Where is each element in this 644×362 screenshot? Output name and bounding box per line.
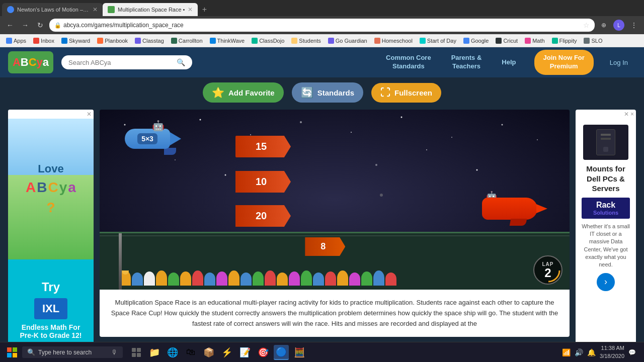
bookmark-classdojo[interactable]: ClassDojo: [249, 37, 287, 45]
taskbar-file-explorer[interactable]: 📁: [147, 345, 162, 360]
bookmark-startofday[interactable]: Start of Day: [417, 37, 459, 45]
answer-20[interactable]: 20: [235, 205, 291, 227]
search-icon: 🔍: [177, 58, 185, 66]
right-ad-title: Mounts for Dell PCs & Servers: [582, 164, 630, 194]
bookmark-apps[interactable]: Apps: [3, 37, 29, 45]
bookmark-goguardian[interactable]: Go Guardian: [325, 37, 370, 45]
fullscreen-icon: ⛶: [380, 87, 390, 99]
game-canvas[interactable]: 🤖 5×3 15: [100, 110, 570, 290]
svg-rect-27: [132, 348, 136, 352]
skyward-favicon: [61, 38, 67, 44]
taskbar-time-display: 11:38 AM: [600, 344, 624, 352]
nav-common-core[interactable]: Common CoreStandards: [376, 54, 441, 71]
left-ad-close[interactable]: ✕: [8, 110, 94, 119]
search-box[interactable]: 🔍: [61, 55, 192, 69]
taskbar-search[interactable]: 🔍 Type here to search 🎙: [22, 346, 123, 358]
answer-15-arrow[interactable]: 15: [235, 136, 291, 157]
answer-15[interactable]: 15: [235, 136, 291, 157]
taskbar-task-view[interactable]: [129, 345, 144, 360]
bookmark-skyward[interactable]: Skyward: [58, 37, 93, 45]
nav-parents-teachers[interactable]: Parents &Teachers: [441, 54, 492, 71]
taskbar-word[interactable]: 📝: [237, 345, 253, 360]
login-button[interactable]: Log In: [602, 59, 636, 66]
fullscreen-button[interactable]: ⛶ Fullscreen: [371, 83, 441, 103]
bookmark-planbook[interactable]: Planbook: [94, 37, 131, 45]
taskbar-app5[interactable]: ⚡: [219, 345, 234, 360]
nav-help[interactable]: Help: [492, 58, 526, 67]
lap-indicator: LAP 2: [533, 255, 562, 285]
battery-icon[interactable]: 🔔: [587, 348, 596, 356]
network-icon[interactable]: 📶: [562, 348, 571, 356]
logo-c: C: [29, 56, 37, 68]
answer-20-arrow[interactable]: 20: [235, 205, 291, 227]
right-ad-cta-button[interactable]: ›: [597, 273, 615, 291]
menu-button[interactable]: ⋮: [628, 19, 640, 31]
taskbar-mic-icon[interactable]: 🎙: [111, 348, 118, 356]
bookmark-carrollton[interactable]: Carrollton: [168, 37, 206, 45]
standards-button[interactable]: 🔄 Standards: [292, 82, 363, 103]
abcya-logo[interactable]: ABCya: [8, 51, 53, 73]
taskbar-datetime[interactable]: 11:38 AM 3/18/2020: [600, 344, 624, 360]
try-text: Try: [42, 280, 60, 294]
bookmark-classdojo-label: ClassDojo: [259, 38, 284, 44]
char-17: [313, 273, 324, 286]
tab-2[interactable]: Multiplication Space Race • ✕: [103, 3, 198, 16]
bookmark-inbox[interactable]: Inbox: [30, 37, 57, 45]
bookmark-students-label: Students: [299, 38, 320, 44]
bookmark-thinkwave[interactable]: ThinkWave: [207, 37, 248, 45]
join-now-button[interactable]: Join Now ForPremium: [534, 50, 594, 75]
taskbar-store[interactable]: 🛍: [183, 345, 198, 360]
google-favicon: [463, 38, 469, 44]
char-21: [361, 272, 372, 286]
svg-point-7: [451, 137, 452, 138]
svg-point-10: [225, 174, 226, 176]
taskbar-app7[interactable]: 🎯: [256, 345, 271, 360]
track-answer-display[interactable]: 8: [305, 237, 345, 256]
bookmark-homeschool[interactable]: Homeschool: [371, 37, 416, 45]
right-ad-close[interactable]: ✕ ×: [576, 110, 636, 119]
bookmark-cricut[interactable]: Cricut: [493, 37, 521, 45]
classtag-favicon: [135, 38, 141, 44]
flippity-favicon: [552, 38, 558, 44]
slo-favicon: [584, 38, 590, 44]
search-input[interactable]: [68, 59, 173, 66]
start-button[interactable]: [4, 344, 20, 360]
answer-10-arrow[interactable]: 10: [235, 171, 291, 193]
profile-button[interactable]: L: [613, 19, 625, 31]
taskbar-dropbox[interactable]: 📦: [201, 345, 216, 360]
taskbar-edge[interactable]: 🌐: [165, 345, 180, 360]
logo-b: B: [21, 56, 29, 68]
char-15: [289, 272, 300, 286]
address-bar[interactable]: 🔒 abcya.com/games/multiplication_space_r…: [49, 19, 595, 32]
back-button[interactable]: ←: [4, 19, 16, 31]
new-tab-button[interactable]: +: [198, 3, 211, 16]
thinkwave-favicon: [210, 38, 216, 44]
task-view-icon: [131, 347, 141, 357]
char-11: [240, 273, 252, 286]
forward-button[interactable]: →: [19, 19, 31, 31]
bookmark-google[interactable]: Google: [460, 37, 492, 45]
tab-1[interactable]: Newton's Laws of Motion – Sto... ✕: [2, 3, 103, 16]
bookmark-star-icon[interactable]: ☆: [583, 21, 590, 29]
blue-ship-fin: [164, 148, 176, 155]
bookmark-math[interactable]: Math: [522, 37, 547, 45]
taskbar-calculator[interactable]: 🧮: [292, 345, 307, 360]
rack-solutions-label: Solutions: [587, 210, 625, 216]
bookmark-slo[interactable]: SLO: [581, 37, 605, 45]
bookmark-students[interactable]: Students: [288, 37, 324, 45]
bookmark-flippity[interactable]: Flippity: [549, 37, 580, 45]
ad-logo-a: A: [26, 179, 36, 196]
extensions-button[interactable]: ⊕: [598, 19, 610, 31]
answer-10[interactable]: 10: [235, 171, 291, 193]
reload-button[interactable]: ↻: [34, 19, 46, 31]
tab-close-1[interactable]: ✕: [93, 6, 98, 13]
rack-label: Rack: [596, 201, 615, 209]
notification-icon[interactable]: 💬: [628, 349, 636, 356]
calculator-icon: 🧮: [294, 347, 305, 358]
tab-close-2[interactable]: ✕: [188, 6, 193, 13]
bookmark-classtag[interactable]: Classtag: [132, 37, 167, 45]
add-favorite-button[interactable]: ⭐ Add Favorite: [203, 82, 284, 103]
abcya-ad-logo[interactable]: A B C y a: [26, 179, 76, 196]
volume-icon[interactable]: 🔊: [575, 348, 583, 356]
taskbar-chrome-active[interactable]: 🔵: [274, 345, 289, 360]
